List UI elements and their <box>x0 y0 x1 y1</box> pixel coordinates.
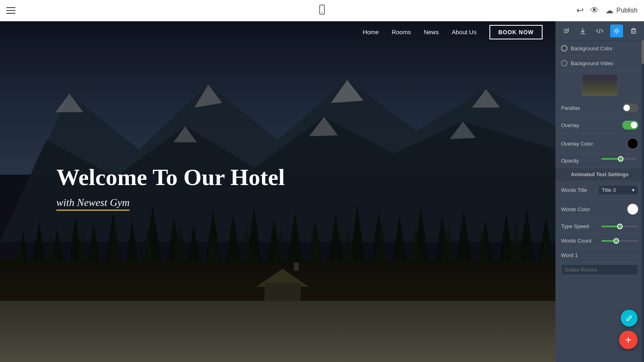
overlay-label: Overlay <box>561 122 619 128</box>
words-count-row: Words Count <box>555 234 644 248</box>
svg-rect-62 <box>632 29 636 33</box>
thumbnail-area <box>555 71 644 99</box>
animated-text-section-header: Animated Text Settings <box>555 168 644 181</box>
settings-tool-button[interactable] <box>610 25 623 37</box>
bg-video-row: Background Video <box>555 56 644 71</box>
publish-button[interactable]: ☁ Publish <box>605 6 638 15</box>
overlay-color-swatch[interactable] <box>627 138 638 149</box>
opacity-slider[interactable] <box>601 158 637 164</box>
parallax-toggle-knob <box>623 105 630 111</box>
nav-news[interactable]: News <box>424 29 439 35</box>
bg-video-label: Background Video <box>571 60 638 66</box>
opacity-label: Opacity <box>561 158 597 164</box>
nav-rooms[interactable]: Rooms <box>392 29 411 35</box>
canvas-area: Home Rooms News About Us BOOK NOW Welcom… <box>0 21 555 362</box>
code-tool-button[interactable] <box>593 25 606 37</box>
reorder-tool-button[interactable] <box>559 25 572 37</box>
type-speed-slider[interactable] <box>601 224 638 229</box>
thumbnail-image <box>582 74 617 96</box>
word1-input[interactable] <box>561 264 638 275</box>
bg-thumbnail[interactable] <box>582 74 618 96</box>
publish-label: Publish <box>617 7 638 14</box>
undo-icon[interactable]: ↩ <box>576 5 584 16</box>
overlay-color-row: Overlay Color <box>555 134 644 154</box>
svg-line-60 <box>599 29 600 33</box>
words-title-dropdown[interactable]: Title 3 ▾ <box>598 185 638 195</box>
hero-subtitle: with Newest Gym <box>56 197 130 211</box>
pencil-icon <box>625 315 633 322</box>
book-now-button[interactable]: BOOK NOW <box>489 25 543 39</box>
code-icon <box>596 27 603 35</box>
reorder-icon <box>562 27 570 35</box>
words-title-row: Words Title Title 3 ▾ <box>555 181 644 200</box>
words-count-label: Words Count <box>561 238 598 244</box>
panel-scrollbar-thumb <box>642 40 644 64</box>
panel-toolbar <box>555 21 644 41</box>
words-color-label: Words Color <box>561 206 624 212</box>
type-speed-label: Type Speed <box>561 223 598 229</box>
delete-tool-button[interactable] <box>627 25 640 37</box>
main-area: Home Rooms News About Us BOOK NOW Welcom… <box>0 21 644 362</box>
bg-color-label: Background Color <box>571 45 638 51</box>
hamburger-menu-icon[interactable] <box>6 7 15 14</box>
topbar: ↩ 👁 ☁ Publish <box>0 0 644 21</box>
type-speed-row: Type Speed <box>555 219 644 234</box>
animated-text-label: Animated Text Settings <box>571 171 629 177</box>
publish-cloud-icon: ☁ <box>605 6 613 15</box>
fab-edit-button[interactable] <box>621 310 638 327</box>
overlay-toggle-knob <box>631 122 637 128</box>
panel-scrollbar <box>642 40 644 362</box>
settings-gear-icon <box>613 27 620 35</box>
opacity-row: Opacity <box>555 154 644 168</box>
preview-eye-icon[interactable]: 👁 <box>590 5 599 16</box>
right-settings-panel: Background Color Background Video Parall… <box>555 21 644 362</box>
nav-about-us[interactable]: About Us <box>452 29 477 35</box>
bg-color-row: Background Color <box>555 41 644 56</box>
trash-icon <box>630 27 637 35</box>
topbar-center <box>316 4 328 17</box>
canvas-nav: Home Rooms News About Us BOOK NOW <box>0 21 555 43</box>
word1-row: Word 1 <box>555 248 644 263</box>
topbar-right: ↩ 👁 ☁ Publish <box>576 5 638 16</box>
parallax-row: Parallax <box>555 99 644 117</box>
word1-input-area <box>555 263 644 279</box>
topbar-left <box>6 7 15 14</box>
hero-title: Welcome To Our Hotel <box>56 165 285 190</box>
word1-label: Word 1 <box>561 252 638 258</box>
nav-home[interactable]: Home <box>363 29 379 35</box>
parallax-toggle[interactable] <box>622 103 638 112</box>
plus-icon: + <box>625 333 632 346</box>
mobile-preview-icon[interactable] <box>316 4 328 15</box>
words-title-label: Words Title <box>561 187 595 193</box>
words-color-row: Words Color <box>555 200 644 219</box>
overlay-row: Overlay <box>555 117 644 134</box>
download-tool-button[interactable] <box>576 25 589 37</box>
dropdown-chevron-icon: ▾ <box>632 187 635 193</box>
overlay-color-label: Overlay Color <box>561 141 624 147</box>
words-title-value: Title 3 <box>602 187 616 193</box>
fab-add-button[interactable]: + <box>619 331 638 349</box>
hero-text-area: Welcome To Our Hotel with Newest Gym <box>56 165 285 211</box>
download-icon <box>579 27 586 35</box>
svg-point-61 <box>615 30 618 32</box>
words-color-swatch[interactable] <box>627 204 638 215</box>
parallax-label: Parallax <box>561 105 619 111</box>
bg-video-radio[interactable] <box>561 60 568 66</box>
words-count-slider[interactable] <box>601 238 638 244</box>
overlay-toggle[interactable] <box>622 121 638 130</box>
bg-color-radio[interactable] <box>561 45 568 51</box>
